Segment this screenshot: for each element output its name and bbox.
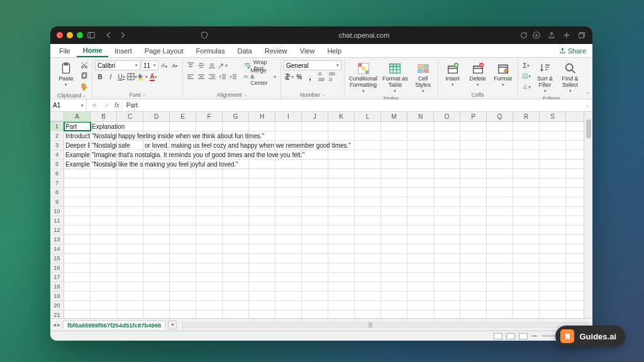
cell-G6[interactable] <box>223 169 249 178</box>
row-header[interactable]: 19 <box>50 292 64 300</box>
cell-B13[interactable] <box>91 235 117 244</box>
comma-format-button[interactable]: , <box>305 72 315 82</box>
cell-F11[interactable] <box>196 216 223 225</box>
cell-B17[interactable] <box>91 273 117 282</box>
cell-J18[interactable] <box>302 282 328 291</box>
cell-H21[interactable] <box>249 310 275 318</box>
format-cells-button[interactable]: Format▾ <box>491 60 515 89</box>
cell-J6[interactable] <box>302 169 328 178</box>
cell-I2[interactable] <box>275 131 302 140</box>
cell-A12[interactable] <box>64 226 91 234</box>
cell-C9[interactable] <box>117 197 143 206</box>
decrease-indent-button[interactable] <box>218 72 228 82</box>
cell-E10[interactable] <box>170 207 196 216</box>
menu-page-layout[interactable]: Page Layout <box>138 44 190 57</box>
cell-R14[interactable] <box>513 244 540 253</box>
cell-I15[interactable] <box>275 254 302 263</box>
url-display[interactable]: chat.openai.com <box>213 31 516 39</box>
cell-S20[interactable] <box>540 301 566 310</box>
cell-D6[interactable] <box>143 169 170 178</box>
cell-C4[interactable]: that's nostalgia. It reminds you of good… <box>117 150 143 159</box>
cell-I12[interactable] <box>275 226 302 234</box>
cell-K20[interactable] <box>328 301 355 310</box>
cell-E17[interactable] <box>170 273 196 282</box>
close-window-button[interactable] <box>57 32 63 38</box>
cell-J8[interactable] <box>302 188 328 197</box>
cell-P8[interactable] <box>460 188 487 197</box>
cell-B16[interactable] <box>91 263 117 272</box>
row-header[interactable]: 16 <box>50 263 64 272</box>
cell-S4[interactable] <box>540 150 566 159</box>
col-header-J[interactable]: J <box>302 112 328 121</box>
bold-button[interactable]: B <box>95 72 105 82</box>
cell-A6[interactable] <box>64 169 91 178</box>
cell-H6[interactable] <box>249 169 275 178</box>
cell-L20[interactable] <box>355 301 381 310</box>
cell-Q10[interactable] <box>487 207 513 216</box>
cell-C20[interactable] <box>117 301 143 310</box>
cell-M14[interactable] <box>381 244 408 253</box>
cell-G14[interactable] <box>223 244 249 253</box>
page-layout-view-button[interactable] <box>506 333 515 339</box>
cell-Q7[interactable] <box>487 178 513 187</box>
cell-B9[interactable] <box>91 197 117 206</box>
cell-G12[interactable] <box>223 226 249 234</box>
cell-I7[interactable] <box>275 178 302 187</box>
cell-S8[interactable] <box>540 188 566 197</box>
guides-ai-badge[interactable]: Guides.ai <box>555 326 625 347</box>
cell-O14[interactable] <box>434 244 460 253</box>
cell-O16[interactable] <box>434 263 460 272</box>
cell-B14[interactable] <box>91 244 117 253</box>
align-top-button[interactable] <box>186 60 196 70</box>
number-format-select[interactable]: General▾ <box>284 60 341 70</box>
col-header-L[interactable]: L <box>355 112 381 121</box>
cell-D8[interactable] <box>143 188 170 197</box>
cell-Q9[interactable] <box>487 197 513 206</box>
cell-Q2[interactable] <box>487 131 513 140</box>
shield-icon[interactable] <box>200 31 209 40</box>
cell-I17[interactable] <box>275 273 302 282</box>
cell-P7[interactable] <box>460 178 487 187</box>
cell-Q11[interactable] <box>487 216 513 225</box>
cell-B1[interactable]: Explanation <box>91 122 117 131</box>
row-header[interactable]: 5 <box>50 160 64 168</box>
cell-B18[interactable] <box>91 282 117 291</box>
cell-I13[interactable] <box>275 235 302 244</box>
cell-J1[interactable] <box>302 122 328 131</box>
cell-P3[interactable] <box>460 141 487 150</box>
cell-R7[interactable] <box>513 178 540 187</box>
cell-G9[interactable] <box>223 197 249 206</box>
cell-E9[interactable] <box>170 197 196 206</box>
download-icon[interactable] <box>532 31 541 40</box>
cell-R20[interactable] <box>513 301 540 310</box>
cell-F19[interactable] <box>196 292 223 300</box>
cell-F13[interactable] <box>196 235 223 244</box>
cell-E14[interactable] <box>170 244 196 253</box>
cell-Q17[interactable] <box>487 273 513 282</box>
cell-E12[interactable] <box>170 226 196 234</box>
cell-D20[interactable] <box>143 301 170 310</box>
cell-K12[interactable] <box>328 226 355 234</box>
cell-P4[interactable] <box>460 150 487 159</box>
cell-C8[interactable] <box>117 188 143 197</box>
copy-button[interactable] <box>79 71 89 81</box>
cell-K14[interactable] <box>328 244 355 253</box>
cell-E18[interactable] <box>170 282 196 291</box>
underline-button[interactable]: U▾ <box>116 72 126 82</box>
cell-P13[interactable] <box>460 235 487 244</box>
cell-R15[interactable] <box>513 254 540 263</box>
cell-I20[interactable] <box>275 301 302 310</box>
cell-D3[interactable]: or loved. <box>143 141 170 150</box>
col-header-O[interactable]: O <box>434 112 460 121</box>
cell-Q1[interactable] <box>487 122 513 131</box>
collapse-ribbon-button[interactable]: ⌃ <box>585 59 591 99</box>
cell-L18[interactable] <box>355 282 381 291</box>
row-header[interactable]: 2 <box>50 131 64 140</box>
cell-C16[interactable] <box>117 263 143 272</box>
cell-E3[interactable]: making us feel cozy and happy when we re… <box>170 141 196 150</box>
cell-A21[interactable] <box>64 310 91 318</box>
cell-P5[interactable] <box>460 160 487 168</box>
cell-E15[interactable] <box>170 254 196 263</box>
cell-C18[interactable] <box>117 282 143 291</box>
orientation-button[interactable]: ▾ <box>218 60 228 70</box>
